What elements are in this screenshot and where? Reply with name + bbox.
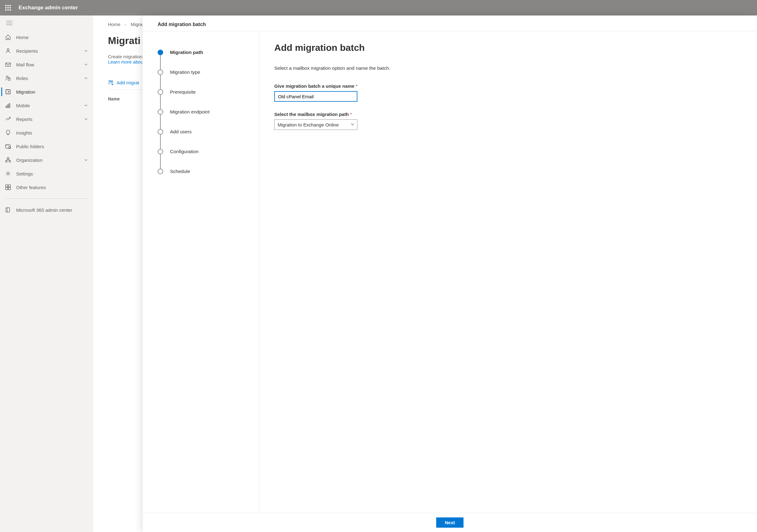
external-link-icon (5, 207, 11, 213)
step-dot-icon (158, 149, 163, 154)
batch-name-label: Give migration batch a unique name* (274, 83, 742, 89)
chevron-down-icon (350, 122, 355, 127)
wizard-step[interactable]: Add users (158, 122, 253, 142)
app-launcher-icon[interactable] (4, 3, 13, 12)
mail-icon (5, 61, 11, 68)
step-label: Migration path (170, 50, 203, 55)
chevron-down-icon (84, 49, 88, 53)
svg-rect-33 (6, 187, 8, 190)
step-dot-icon (158, 109, 163, 115)
sidebar-item-public-folders[interactable]: Public folders (0, 140, 93, 153)
svg-point-37 (109, 80, 111, 82)
step-connector (160, 134, 161, 149)
wizard-steps: Migration pathMigration typePrerequisite… (143, 31, 259, 513)
step-label: Add users (170, 129, 192, 134)
select-value: Migration to Exchange Online (278, 122, 350, 127)
svg-rect-6 (5, 9, 7, 11)
step-dot-icon (158, 169, 163, 174)
svg-rect-35 (6, 208, 10, 212)
flyout-form: Add migration batch Select a mailbox mig… (259, 31, 757, 513)
sidebar-item-roles[interactable]: Roles (0, 71, 93, 85)
form-heading: Add migration batch (274, 42, 742, 53)
breadcrumb-home[interactable]: Home (108, 22, 120, 27)
sidebar-item-reports[interactable]: Reports (0, 112, 93, 126)
sidebar-item-migration[interactable]: Migration (0, 85, 93, 98)
sidebar-item-label: Mobile (16, 103, 84, 108)
svg-rect-7 (8, 9, 9, 11)
svg-rect-3 (5, 7, 7, 8)
wizard-step[interactable]: Migration endpoint (158, 102, 253, 122)
wizard-step[interactable]: Configuration (158, 142, 253, 161)
sidebar-item-mailflow[interactable]: Mail flow (0, 58, 93, 71)
sidebar-item-label: Settings (16, 171, 88, 177)
step-connector (160, 95, 161, 109)
hamburger-icon[interactable] (0, 18, 93, 30)
sidebar: Home Recipients Mail flow Roles Migratio… (0, 15, 93, 532)
step-connector (160, 75, 161, 90)
sidebar-item-label: Other features (16, 185, 88, 190)
wizard-step[interactable]: Migration path (158, 42, 253, 62)
svg-point-38 (111, 81, 113, 82)
sidebar-item-other-features[interactable]: Other features (0, 181, 93, 194)
top-header: Exchange admin center (0, 0, 757, 15)
form-intro: Select a mailbox migration option and na… (274, 66, 742, 71)
flyout-header: Add migration batch (143, 15, 757, 31)
settings-icon (5, 171, 11, 177)
svg-rect-0 (5, 5, 7, 6)
insights-icon (5, 129, 11, 136)
organization-icon (5, 157, 11, 163)
learn-more-link[interactable]: Learn more abou (108, 59, 143, 65)
person-icon (5, 48, 11, 54)
sidebar-item-label: Migration (16, 89, 88, 95)
wizard-step[interactable]: Migration type (158, 62, 253, 82)
sidebar-item-organization[interactable]: Organization (0, 153, 93, 167)
svg-point-30 (8, 173, 9, 175)
sidebar-item-insights[interactable]: Insights (0, 126, 93, 140)
sidebar-item-settings[interactable]: Settings (0, 167, 93, 181)
step-dot-icon (158, 89, 163, 95)
sidebar-item-label: Reports (16, 117, 84, 122)
step-label: Migration endpoint (170, 109, 210, 115)
sidebar-item-label: Roles (16, 76, 84, 81)
svg-rect-34 (8, 187, 11, 190)
roles-icon (5, 75, 11, 81)
step-label: Schedule (170, 169, 190, 174)
svg-rect-31 (6, 185, 8, 187)
sidebar-item-recipients[interactable]: Recipients (0, 44, 93, 58)
svg-rect-16 (6, 90, 10, 94)
svg-point-14 (6, 76, 8, 78)
svg-rect-15 (8, 78, 10, 80)
grid-icon (5, 184, 11, 190)
svg-rect-13 (6, 63, 11, 66)
sidebar-item-label: Microsoft 365 admin center (16, 208, 88, 213)
step-label: Configuration (170, 149, 198, 154)
batch-name-input[interactable] (274, 91, 357, 102)
step-connector (160, 114, 161, 129)
migration-path-select[interactable]: Migration to Exchange Online (274, 119, 357, 130)
wizard-step[interactable]: Prerequisite (158, 82, 253, 102)
sidebar-item-mobile[interactable]: Mobile (0, 98, 93, 112)
sidebar-item-label: Public folders (16, 144, 88, 149)
svg-rect-19 (9, 103, 10, 108)
step-dot-icon (158, 70, 163, 75)
svg-rect-2 (10, 5, 11, 6)
divider (5, 198, 88, 199)
breadcrumb-current: Migra (131, 22, 142, 27)
public-folders-icon (5, 143, 11, 150)
sidebar-item-m365-admin[interactable]: Microsoft 365 admin center (0, 203, 93, 217)
step-label: Migration type (170, 70, 200, 75)
svg-rect-5 (10, 7, 11, 8)
sidebar-item-home[interactable]: Home (0, 30, 93, 44)
svg-point-12 (7, 49, 9, 50)
step-label: Prerequisite (170, 89, 196, 95)
add-batch-label: Add migrat (117, 80, 139, 85)
migration-icon (5, 89, 11, 95)
flyout-panel: Add migration batch Migration pathMigrat… (143, 15, 757, 532)
svg-rect-24 (6, 161, 7, 162)
sidebar-item-label: Organization (16, 157, 84, 163)
home-icon (5, 34, 11, 40)
sidebar-item-label: Insights (16, 130, 88, 135)
migration-path-label: Select the mailbox migration path* (274, 112, 742, 117)
next-button[interactable]: Next (436, 518, 464, 528)
wizard-step[interactable]: Schedule (158, 161, 253, 182)
